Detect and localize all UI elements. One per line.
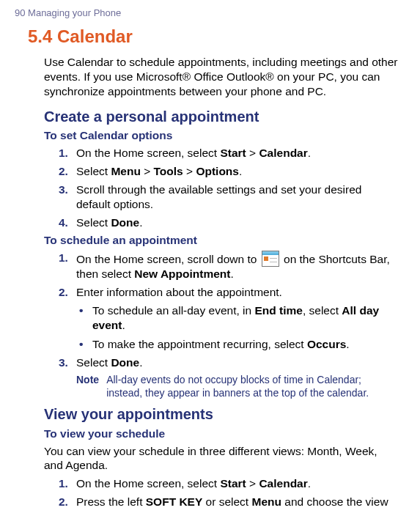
step-text: Select Done. xyxy=(76,356,142,369)
note: Note All-day events do not occupy blocks… xyxy=(76,374,399,399)
page: 90 Managing your Phone 5.4 Calendar Use … xyxy=(0,0,420,513)
list-item: 2. Press the left SOFT KEY or select Men… xyxy=(59,495,398,513)
step-text: Scroll through the available settings an… xyxy=(76,183,361,210)
steps-view: 1. On the Home screen, select Start > Ca… xyxy=(59,476,398,513)
heading-view-schedule: To view your schedule xyxy=(44,427,405,441)
heading-schedule-appointment: To schedule an appointment xyxy=(44,233,405,248)
step-number: 2. xyxy=(59,495,68,509)
view-paragraph: You can view your schedule in three diff… xyxy=(44,444,398,473)
section-title: 5.4 Calendar xyxy=(28,26,405,48)
step-text: Select Menu > Tools > Options. xyxy=(76,165,242,177)
list-item: 2. Enter information about the appointme… xyxy=(59,285,398,300)
step-number: 3. xyxy=(59,182,68,197)
note-label: Note xyxy=(76,374,106,399)
list-item: To schedule an all-day event, in End tim… xyxy=(79,303,398,333)
list-item: 3. Scroll through the available settings… xyxy=(59,182,398,212)
step-number: 1. xyxy=(59,476,68,491)
step-text: Press the left SOFT KEY or select Menu a… xyxy=(76,495,388,513)
step-text: On the Home screen, select Start > Calen… xyxy=(76,147,311,159)
note-body: All-day events do not occupy blocks of t… xyxy=(106,374,399,399)
heading-view-appointments: View your appointments xyxy=(44,405,405,424)
steps-set-options: 1. On the Home screen, select Start > Ca… xyxy=(59,146,398,229)
list-item: 1. On the Home screen, select Start > Ca… xyxy=(59,146,398,160)
steps-schedule: 1. On the Home screen, scroll down to on… xyxy=(59,251,398,300)
list-item: 1. On the Home screen, select Start > Ca… xyxy=(59,476,398,491)
heading-set-options: To set Calendar options xyxy=(44,128,405,143)
calendar-icon xyxy=(262,251,279,267)
step-number: 4. xyxy=(59,215,68,230)
heading-create-appointment: Create a personal appointment xyxy=(44,108,405,127)
step-number: 1. xyxy=(59,251,68,265)
step-number: 2. xyxy=(59,285,68,300)
step-number: 1. xyxy=(59,146,68,160)
step-text: On the Home screen, select Start > Calen… xyxy=(76,477,311,490)
schedule-sub-bullets: To schedule an all-day event, in End tim… xyxy=(79,303,398,351)
step-text: Enter information about the appointment. xyxy=(76,286,282,298)
list-item: 3. Select Done. xyxy=(59,355,398,370)
list-item: 1. On the Home screen, scroll down to on… xyxy=(59,251,398,281)
list-item: To make the appointment recurring, selec… xyxy=(79,337,398,352)
running-head: 90 Managing your Phone xyxy=(15,7,405,20)
step-text: On the Home screen, scroll down to on th… xyxy=(76,251,398,281)
step-number: 3. xyxy=(59,355,68,370)
step-text: Select Done. xyxy=(76,216,142,229)
list-item: 2. Select Menu > Tools > Options. xyxy=(59,164,398,179)
steps-schedule-cont: 3. Select Done. xyxy=(59,355,398,370)
list-item: 4. Select Done. xyxy=(59,215,398,230)
intro-paragraph: Use Calendar to schedule appointments, i… xyxy=(44,55,398,98)
step-number: 2. xyxy=(59,164,68,179)
